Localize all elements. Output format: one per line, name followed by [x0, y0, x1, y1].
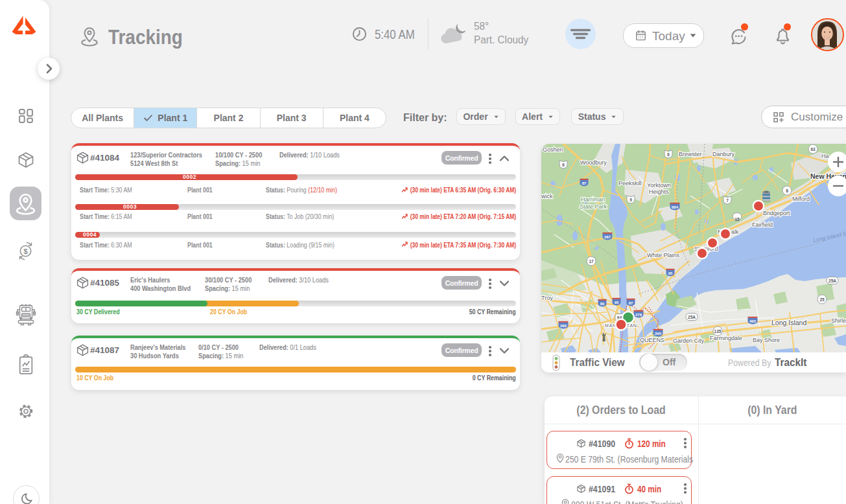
svg-text:280: 280: [560, 324, 567, 328]
svg-text:15: 15: [734, 217, 740, 222]
svg-text:Goshen: Goshen: [543, 146, 563, 153]
svg-text:Brewster: Brewster: [679, 151, 702, 157]
svg-text:87: 87: [582, 181, 587, 185]
svg-text:684: 684: [672, 205, 679, 209]
svg-text:87: 87: [629, 301, 633, 305]
svg-text:White Plains: White Plains: [647, 252, 680, 258]
svg-text:495: 495: [749, 319, 757, 323]
svg-text:63: 63: [810, 147, 816, 152]
svg-text:95: 95: [668, 271, 673, 275]
svg-text:Yorktown: Yorktown: [647, 182, 671, 189]
svg-text:Harriman: Harriman: [581, 196, 605, 203]
svg-text:9: 9: [629, 198, 632, 202]
svg-text:25A: 25A: [688, 315, 696, 319]
svg-text:6: 6: [562, 163, 565, 167]
svg-text:Fairfield: Fairfield: [752, 222, 773, 228]
svg-text:17: 17: [589, 259, 594, 264]
svg-text:Long Island: Long Island: [771, 319, 806, 326]
svg-text:80: 80: [600, 302, 605, 306]
svg-text:278: 278: [635, 313, 642, 317]
svg-text:25A: 25A: [828, 279, 836, 283]
svg-text:Bay Shore: Bay Shore: [753, 337, 780, 343]
svg-text:7: 7: [726, 198, 729, 203]
svg-text:Ha: Ha: [821, 153, 829, 159]
svg-text:Peekskill: Peekskill: [618, 180, 642, 187]
svg-text:25: 25: [819, 297, 825, 302]
svg-text:Farmingdale: Farmingdale: [710, 335, 742, 341]
svg-text:Danbury: Danbury: [712, 151, 735, 157]
svg-text:287: 287: [604, 235, 611, 239]
svg-text:295: 295: [655, 332, 662, 336]
svg-text:State Park: State Park: [580, 203, 607, 210]
svg-text:Heights: Heights: [649, 189, 669, 195]
svg-text:Woodbury: Woodbury: [580, 159, 607, 166]
svg-text:Milford: Milford: [792, 196, 810, 202]
svg-text:6: 6: [667, 152, 670, 157]
svg-text:Shirley: Shirley: [831, 317, 846, 324]
svg-text:QUEENS: QUEENS: [640, 337, 664, 343]
svg-text:wick: wick: [541, 193, 553, 200]
svg-text:95: 95: [615, 301, 619, 304]
svg-text:135: 135: [714, 329, 722, 334]
svg-text:$: $: [23, 247, 28, 255]
svg-text:8: 8: [786, 189, 788, 193]
svg-text:Garden City: Garden City: [673, 338, 705, 344]
svg-text:Troy: Troy: [541, 295, 553, 301]
svg-text:Bridgeport: Bridgeport: [763, 210, 790, 216]
